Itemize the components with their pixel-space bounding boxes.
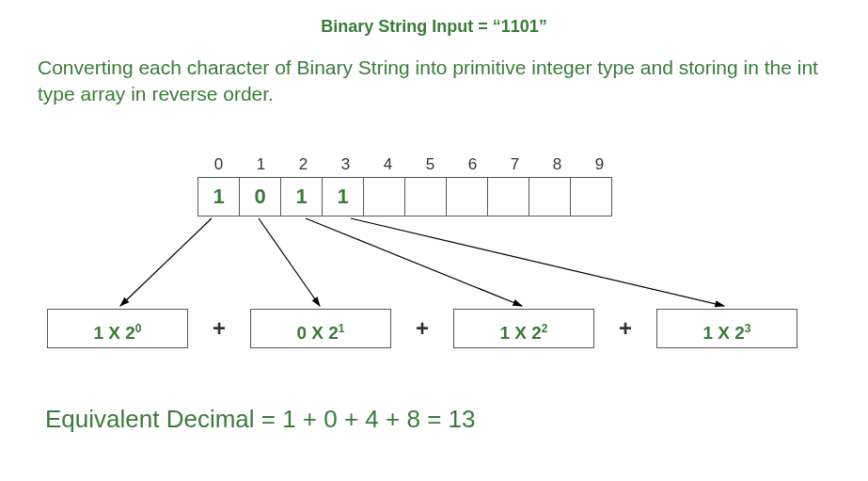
term-box: 0 X 21 xyxy=(250,309,391,348)
array-cell xyxy=(570,177,612,216)
array-cell xyxy=(446,177,488,216)
index-label: 3 xyxy=(324,155,367,174)
index-label: 4 xyxy=(367,155,409,174)
array-row: 1 0 1 1 xyxy=(197,177,612,216)
array-cell xyxy=(363,177,405,216)
index-label: 6 xyxy=(451,155,494,174)
plus-sign: + xyxy=(594,315,656,342)
plus-sign: + xyxy=(391,315,453,342)
index-label: 2 xyxy=(282,155,324,174)
plus-sign: + xyxy=(188,315,250,342)
arrow xyxy=(306,218,522,306)
index-label: 9 xyxy=(578,155,621,174)
arrow xyxy=(259,218,320,306)
array-cell xyxy=(487,177,529,216)
array-cell: 1 xyxy=(197,177,240,216)
term-box: 1 X 20 xyxy=(47,309,188,348)
index-row: 0 1 2 3 4 5 6 7 8 9 xyxy=(197,155,621,174)
index-label: 0 xyxy=(197,155,240,174)
term-row: 1 X 20 + 0 X 21 + 1 X 22 + 1 X 23 xyxy=(47,309,797,348)
array-cell xyxy=(404,177,447,216)
arrow xyxy=(120,218,212,306)
array-cell: 0 xyxy=(239,177,281,216)
array-cell: 1 xyxy=(280,177,323,216)
index-label: 1 xyxy=(240,155,282,174)
term-box: 1 X 22 xyxy=(453,309,594,348)
index-label: 5 xyxy=(409,155,451,174)
description: Converting each character of Binary Stri… xyxy=(38,55,828,108)
index-label: 7 xyxy=(494,155,536,174)
title: Binary String Input = “1101” xyxy=(0,17,868,37)
index-label: 8 xyxy=(536,155,578,174)
array-cell xyxy=(529,177,571,216)
term-box: 1 X 23 xyxy=(656,309,797,348)
array-cell: 1 xyxy=(322,177,364,216)
arrow xyxy=(351,218,724,306)
result-text: Equivalent Decimal = 1 + 0 + 4 + 8 = 13 xyxy=(45,405,475,434)
